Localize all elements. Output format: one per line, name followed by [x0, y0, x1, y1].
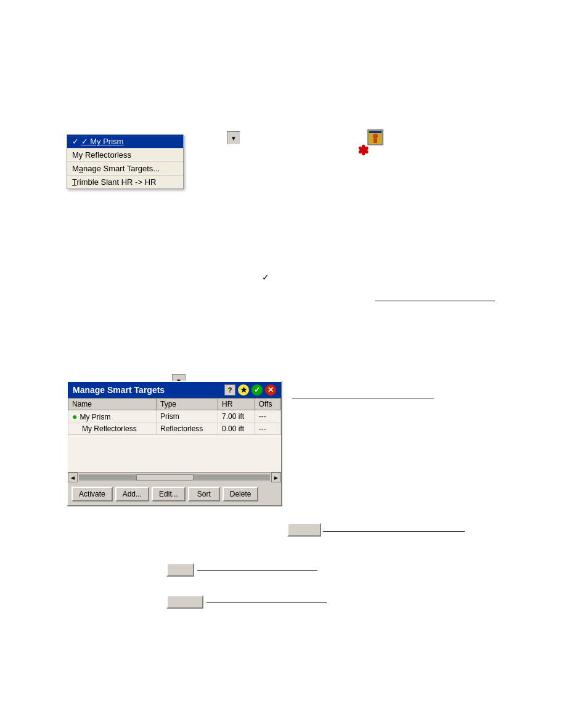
bottom-button-2[interactable] — [166, 595, 203, 609]
edit-button[interactable]: Edit... — [152, 487, 186, 501]
targets-table: Name Type HR Offs ●My Prism Prism 7.00 i… — [68, 398, 281, 472]
table-row[interactable]: My Reflectorless Reflectorless 0.00 ift … — [68, 423, 281, 435]
dialog-titlebar-icons: ? ★ ✓ ✕ — [224, 384, 276, 396]
menu-item-my-reflectorless[interactable]: My Reflectorless — [67, 148, 183, 161]
col-header-type: Type — [157, 399, 218, 410]
row-name: My Reflectorless — [68, 423, 157, 435]
activate-button[interactable]: Activate — [71, 487, 113, 501]
horizontal-scrollbar[interactable]: ◄ ► — [68, 472, 281, 483]
targets-table-area: Name Type HR Offs ●My Prism Prism 7.00 i… — [68, 398, 281, 472]
add-button[interactable]: Add... — [115, 487, 149, 501]
underline-separator-5 — [206, 603, 327, 603]
bottom-button-1[interactable] — [166, 563, 194, 577]
svg-rect-2 — [374, 139, 377, 143]
svg-rect-3 — [369, 131, 382, 133]
table-row-empty — [68, 435, 281, 472]
scrollbar-track[interactable] — [79, 474, 270, 481]
manage-smart-targets-dialog: Manage Smart Targets ? ★ ✓ ✕ Name Type H… — [67, 381, 282, 506]
row-offs: --- — [255, 410, 280, 423]
checkmark-indicator: ✓ — [262, 272, 269, 282]
dialog-help-button[interactable]: ? — [224, 384, 235, 396]
row-name: ●My Prism — [68, 410, 157, 423]
table-row[interactable]: ●My Prism Prism 7.00 ift --- — [68, 410, 281, 423]
right-side-button-1[interactable] — [287, 523, 321, 537]
dialog-check-button[interactable]: ✓ — [251, 384, 263, 396]
row-type: Prism — [157, 410, 218, 423]
col-header-hr: HR — [218, 399, 255, 410]
col-header-name: Name — [68, 399, 157, 410]
scroll-right-button[interactable]: ► — [271, 473, 281, 482]
dialog-titlebar: Manage Smart Targets ? ★ ✓ ✕ — [68, 382, 281, 398]
asterisk-icon: ✽ — [357, 144, 369, 158]
row-hr: 7.00 ift — [218, 410, 255, 423]
scrollbar-thumb[interactable] — [136, 474, 194, 481]
underline-separator-4 — [197, 570, 317, 571]
menu-item-trimble-slant[interactable]: Trimble Slant HR -> HR — [67, 175, 183, 189]
dialog-close-button[interactable]: ✕ — [265, 384, 276, 396]
dialog-star-button[interactable]: ★ — [238, 384, 249, 396]
dialog-button-bar: Activate Add... Edit... Sort Delete — [68, 483, 281, 505]
menu-check-icon: ✓ — [72, 137, 81, 146]
underline-separator-2 — [292, 399, 434, 399]
row-offs: --- — [255, 423, 280, 435]
underline-separator-1 — [375, 301, 495, 301]
active-indicator-icon: ● — [72, 412, 77, 421]
row-hr: 0.00 ift — [218, 423, 255, 435]
svg-point-1 — [373, 134, 378, 139]
menu-item-manage-targets[interactable]: Manage Smart Targets... — [67, 161, 183, 175]
target-icon-badge — [367, 129, 383, 145]
scroll-left-button[interactable]: ◄ — [68, 473, 78, 482]
row-type: Reflectorless — [157, 423, 218, 435]
underline-separator-3 — [323, 531, 465, 532]
target-svg-icon — [369, 131, 382, 144]
dropdown-arrow-icon: ▼ — [231, 135, 237, 142]
menu-item-my-prism[interactable]: ✓ ✓ My Prism — [67, 135, 183, 148]
target-dropdown-menu: ✓ ✓ My Prism My Reflectorless Manage Sma… — [67, 134, 184, 189]
sort-button[interactable]: Sort — [188, 487, 220, 501]
col-header-offs: Offs — [255, 399, 280, 410]
dialog-title: Manage Smart Targets — [73, 385, 165, 395]
dropdown-arrow-top[interactable]: ▼ — [227, 131, 240, 145]
delete-button[interactable]: Delete — [223, 487, 259, 501]
